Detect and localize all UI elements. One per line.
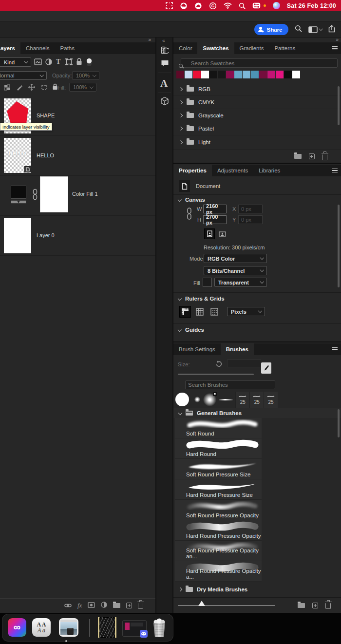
mask-link-icon[interactable] <box>32 189 38 202</box>
character-panel-icon[interactable]: A <box>160 77 168 90</box>
brush-soft-round[interactable]: Soft Round <box>175 418 262 438</box>
brush-soft-round-pressure-size[interactable]: Soft Round Pressure Size <box>175 459 262 479</box>
tab-brushes[interactable]: Brushes <box>221 343 254 355</box>
canvas-height-field[interactable]: 2700 px <box>203 215 227 224</box>
group-general-brushes[interactable]: General Brushes <box>173 408 341 418</box>
tab-libraries[interactable]: Libraries <box>253 165 285 176</box>
brushes-search-input[interactable] <box>185 380 275 389</box>
swatch[interactable] <box>185 71 192 78</box>
cloud-app-icon[interactable] <box>194 2 202 10</box>
swatch-group-rgb[interactable]: RGB <box>173 83 341 96</box>
guides-section-header[interactable]: Guides <box>178 327 204 333</box>
collapse-right-icon[interactable]: » <box>336 37 338 42</box>
canvas-section-header[interactable]: Canvas <box>178 197 205 203</box>
brush-soft-round-pressure-opacity-and[interactable]: Soft Round Pressure Opacity an... <box>175 541 262 561</box>
swatch-group-light[interactable]: Light <box>173 135 341 149</box>
tab-properties[interactable]: Properties <box>173 165 212 176</box>
orientation-landscape-button[interactable] <box>217 228 227 239</box>
tab-paths[interactable]: Paths <box>55 42 80 54</box>
creative-cloud-menu-icon[interactable] <box>180 2 188 10</box>
new-group-icon[interactable] <box>113 603 120 608</box>
swatch[interactable] <box>243 71 250 78</box>
filter-type-icon[interactable]: T <box>56 58 60 66</box>
brushes-scrollbar[interactable] <box>338 409 340 437</box>
add-mask-icon[interactable] <box>88 601 95 610</box>
tab-channels[interactable]: Channels <box>20 42 55 54</box>
toggle-rulers-button[interactable] <box>179 306 191 318</box>
spotlight-search-icon[interactable] <box>239 2 246 10</box>
opacity-value-field[interactable]: 100% <box>72 71 99 80</box>
color-fill-slider[interactable] <box>11 200 26 204</box>
color-fill-thumbnail[interactable] <box>11 186 26 199</box>
reset-size-icon[interactable] <box>215 360 222 369</box>
comments-icon[interactable] <box>161 59 169 69</box>
export-share-icon[interactable] <box>328 25 335 35</box>
new-swatch-icon[interactable] <box>309 153 315 159</box>
tab-adjustments[interactable]: Adjustments <box>212 165 253 176</box>
workspace-switcher-icon[interactable] <box>308 26 322 33</box>
swatches-scrollbar[interactable] <box>338 86 340 125</box>
layer-thumbnail-hello[interactable]: HELLO <box>4 138 31 173</box>
tab-patterns[interactable]: Patterns <box>269 42 301 54</box>
brushes-menu-icon[interactable] <box>332 347 338 351</box>
swatches-menu-icon[interactable] <box>332 46 338 50</box>
swatch[interactable] <box>176 71 184 78</box>
canvas-width-field[interactable]: 2160 px <box>203 205 227 213</box>
new-brush-group-icon[interactable] <box>298 603 305 608</box>
filter-smartobject-icon[interactable] <box>76 58 82 67</box>
wifi-icon[interactable] <box>224 2 232 10</box>
filter-visibility-toggle[interactable] <box>85 57 93 69</box>
layer-effects-icon[interactable]: fx <box>77 602 82 609</box>
swatch[interactable] <box>292 71 300 78</box>
filter-shape-icon[interactable] <box>65 58 73 67</box>
adjustment-layer-icon[interactable] <box>101 601 107 610</box>
recent-brush-soft-small[interactable] <box>194 397 200 402</box>
swatch[interactable] <box>209 71 217 78</box>
3d-panel-icon[interactable] <box>160 96 169 108</box>
collapse-panel-icon[interactable]: » <box>148 38 151 42</box>
filter-image-icon[interactable] <box>34 58 42 67</box>
toolbar-search-icon[interactable] <box>295 25 302 34</box>
swatch[interactable] <box>267 71 275 78</box>
rulers-section-header[interactable]: Rulers & Grids <box>178 296 225 302</box>
properties-menu-icon[interactable] <box>332 169 338 172</box>
swatch[interactable] <box>226 71 234 78</box>
canvas-y-field[interactable]: 0 px <box>238 215 263 224</box>
new-swatch-group-icon[interactable] <box>294 154 302 159</box>
recent-brush-tile[interactable]: 25 <box>235 392 249 408</box>
screenshot-selection-icon[interactable] <box>166 2 173 10</box>
tab-swatches[interactable]: Swatches <box>197 42 234 54</box>
recent-brush-tile[interactable]: 25 <box>264 392 278 408</box>
lock-transparency-icon[interactable] <box>4 84 10 93</box>
dock-trash-icon[interactable] <box>151 618 168 640</box>
brush-soft-round-pressure-opacity[interactable]: Soft Round Pressure Opacity <box>175 500 262 520</box>
swatches-search-input[interactable] <box>181 58 338 68</box>
layer-mask-thumbnail[interactable] <box>40 176 68 212</box>
collapse-strip-icon[interactable]: « <box>162 38 165 43</box>
blend-mode-select[interactable]: Normal <box>0 71 47 80</box>
brush-hard-round-pressure-opacity-and[interactable]: Hard Round Pressure Opacity a... <box>175 561 262 582</box>
brush-hard-round[interactable]: Hard Round <box>175 438 262 459</box>
tab-brush-settings[interactable]: Brush Settings <box>173 343 221 355</box>
link-layers-icon[interactable] <box>64 601 72 610</box>
layer-filter-kind-select[interactable]: Kind <box>0 57 31 67</box>
brush-size-slider[interactable] <box>178 374 254 375</box>
tab-gradients[interactable]: Gradients <box>234 42 269 54</box>
swatch-group-grayscale[interactable]: Grayscale <box>173 109 341 122</box>
lock-pixels-icon[interactable] <box>16 84 22 93</box>
dock-preview-window-icon[interactable] <box>59 618 78 637</box>
tab-layers[interactable]: Layers <box>0 42 20 54</box>
swatch[interactable] <box>276 71 284 78</box>
swatch-group-cmyk[interactable]: CMYK <box>173 96 341 109</box>
layer-row-hello[interactable]: HELLO HELLO <box>0 136 156 176</box>
delete-brush-icon[interactable] <box>325 603 331 609</box>
orientation-portrait-button[interactable] <box>204 228 215 239</box>
g-app-icon[interactable]: G <box>209 2 217 10</box>
bits-select[interactable]: 8 Bits/Channel <box>204 266 267 275</box>
control-center-icon[interactable] <box>252 2 261 10</box>
layer-thumbnail-layer0[interactable] <box>4 218 31 253</box>
swatch[interactable] <box>201 71 209 78</box>
toggle-grid-button[interactable] <box>194 306 206 318</box>
new-layer-icon[interactable] <box>126 603 132 608</box>
group-dry-media-brushes[interactable]: Dry Media Brushes <box>173 585 341 594</box>
